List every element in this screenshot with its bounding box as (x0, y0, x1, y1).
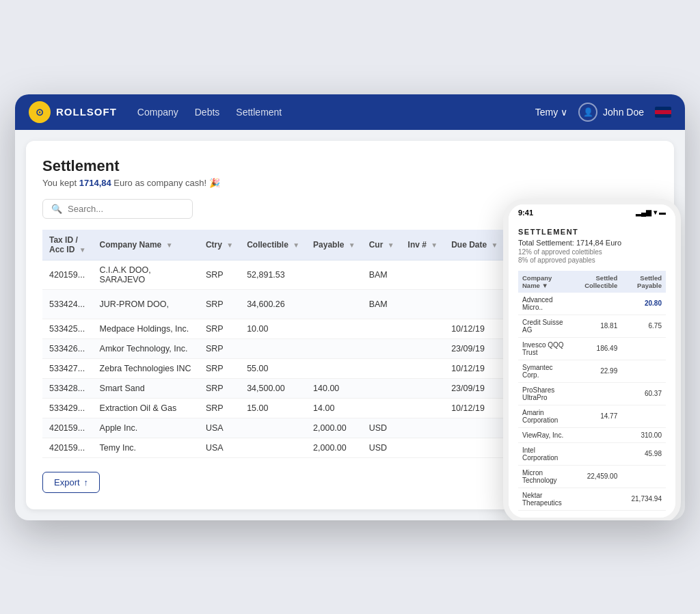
cell-collectible: 10.00 (240, 319, 306, 338)
phone-cell-payable: 20.80 (621, 293, 666, 315)
cell-due (444, 260, 504, 289)
navbar: ⊙ ROLLSOFT Company Debts Settlement Temy… (15, 94, 685, 130)
cell-ctry: SRP (199, 260, 240, 289)
cell-payable: 14.00 (306, 398, 362, 418)
col-due-date[interactable]: Due Date ▼ (444, 230, 504, 261)
phone-cell-company: Credit Suisse AG (518, 315, 573, 337)
phone-table-row: Intel Corporation 45.98 (518, 442, 666, 465)
phone-table-row: Advanced Micro.. 20.80 (518, 293, 666, 315)
phone-cell-collectible: 14.77 (573, 405, 621, 427)
cell-ctry: SRP (199, 398, 240, 418)
phone-table-row: Micron Technology 22,459.00 (518, 465, 666, 488)
cell-due: 10/12/19 (444, 358, 504, 378)
cell-ctry: SRP (199, 338, 240, 358)
cell-inv (401, 398, 445, 418)
col-inv[interactable]: Inv # ▼ (401, 230, 445, 261)
phone-cell-collectible (573, 382, 621, 405)
cell-company: Extraction Oil & Gas (93, 398, 199, 418)
export-button[interactable]: Export ↑ (42, 472, 100, 493)
col-cur[interactable]: Cur ▼ (362, 230, 401, 261)
signal-bars: ▂▄▆ (636, 209, 651, 216)
cell-due: 10/12/19 (444, 398, 504, 418)
search-bar[interactable]: 🔍 (42, 199, 193, 219)
cell-collectible: 55.00 (240, 358, 306, 378)
phone-table-row: Nektar Therapeutics 21,734.94 (518, 488, 666, 510)
cell-cur: BAM (362, 260, 401, 289)
phone-cell-company: ProShares UltraPro (518, 382, 573, 405)
cell-cur: USD (362, 418, 401, 438)
phone-cell-payable (621, 465, 666, 488)
cell-ctry: USA (199, 438, 240, 457)
col-ctry[interactable]: Ctry ▼ (199, 230, 240, 261)
user-name: John Doe (603, 107, 644, 118)
cell-company: JUR-PROM DOO, (93, 289, 199, 319)
cell-ctry: USA (199, 418, 240, 438)
phone-table: Company Name ▼ Settled Collectible Settl… (518, 271, 666, 511)
phone-signal: ▂▄▆ ▾ ▬ (636, 209, 666, 216)
cell-company: Medpace Holdings, Inc. (93, 319, 199, 338)
cell-ctry: SRP (199, 289, 240, 319)
cell-collectible: 52,891.53 (240, 260, 306, 289)
col-payable[interactable]: Payable ▼ (306, 230, 362, 261)
subtitle-post: Euro as company cash! 🎉 (111, 178, 220, 188)
phone-table-row: Credit Suisse AG 18.81 6.75 (518, 315, 666, 337)
phone-table-row: Invesco QQQ Trust 186.49 (518, 337, 666, 360)
phone-cell-collectible (573, 488, 621, 510)
export-icon: ↑ (84, 477, 89, 488)
phone-cell-company: Advanced Micro.. (518, 293, 573, 315)
cell-due: 23/09/19 (444, 338, 504, 358)
flag-icon[interactable] (655, 107, 671, 118)
cell-payable (306, 338, 362, 358)
cell-inv (401, 289, 445, 319)
col-tax-id[interactable]: Tax ID /Acc ID ▼ (42, 230, 93, 261)
phone-cell-company: Intel Corporation (518, 442, 573, 465)
cell-cur (362, 358, 401, 378)
subtitle-amount: 1714,84 (79, 178, 111, 188)
cell-payable (306, 289, 362, 319)
col-collectible[interactable]: Collectible ▼ (240, 230, 306, 261)
cell-collectible: 34,600.26 (240, 289, 306, 319)
cell-payable (306, 260, 362, 289)
cell-company: Amkor Technology, Inc. (93, 338, 199, 358)
nav-company[interactable]: Company (137, 104, 178, 120)
nav-right: Temy ∨ 👤 John Doe (535, 103, 671, 122)
cell-cur (362, 378, 401, 398)
phone-summary-3: 8% of approved payables (518, 256, 666, 264)
cell-collectible (240, 338, 306, 358)
phone-cell-payable: 45.98 (621, 442, 666, 465)
phone-cell-collectible (573, 293, 621, 315)
main-content: Settlement You kept 1714,84 Euro as comp… (26, 141, 674, 509)
phone-summary-2: 12% of approved colettibles (518, 248, 666, 256)
cell-due: 10/12/19 (444, 319, 504, 338)
cell-cur (362, 319, 401, 338)
cell-company: Temy Inc. (93, 438, 199, 457)
cell-tax-id: 420159... (42, 260, 93, 289)
cell-due (444, 418, 504, 438)
cell-inv (401, 338, 445, 358)
subtitle-pre: You kept (42, 178, 79, 188)
col-company[interactable]: Company Name ▼ (93, 230, 199, 261)
cell-payable: 2,000.00 (306, 418, 362, 438)
cell-inv (401, 418, 445, 438)
nav-user[interactable]: 👤 John Doe (578, 103, 644, 122)
cell-collectible (240, 418, 306, 438)
cell-collectible: 34,500.00 (240, 378, 306, 398)
nav-links: Company Debts Settlement (137, 104, 535, 120)
phone-cell-payable (621, 337, 666, 360)
phone-cell-collectible: 186.49 (573, 337, 621, 360)
cell-tax-id: 420159... (42, 418, 93, 438)
phone-cell-collectible (573, 427, 621, 442)
cell-tax-id: 533426... (42, 338, 93, 358)
nav-debts[interactable]: Debts (195, 104, 220, 120)
cell-cur: BAM (362, 289, 401, 319)
wifi-icon: ▾ (654, 209, 657, 216)
nav-temy[interactable]: Temy ∨ (535, 107, 567, 118)
phone-cell-company: Micron Technology (518, 465, 573, 488)
cell-inv (401, 378, 445, 398)
phone-cell-collectible: 22.99 (573, 360, 621, 382)
nav-settlement[interactable]: Settlement (236, 104, 282, 120)
phone-mockup: 9:41 ▂▄▆ ▾ ▬ SETTLEMENT Total Settlement… (503, 199, 681, 520)
phone-col-company: Company Name ▼ (518, 271, 573, 293)
search-input[interactable] (68, 204, 184, 214)
cell-inv (401, 438, 445, 457)
